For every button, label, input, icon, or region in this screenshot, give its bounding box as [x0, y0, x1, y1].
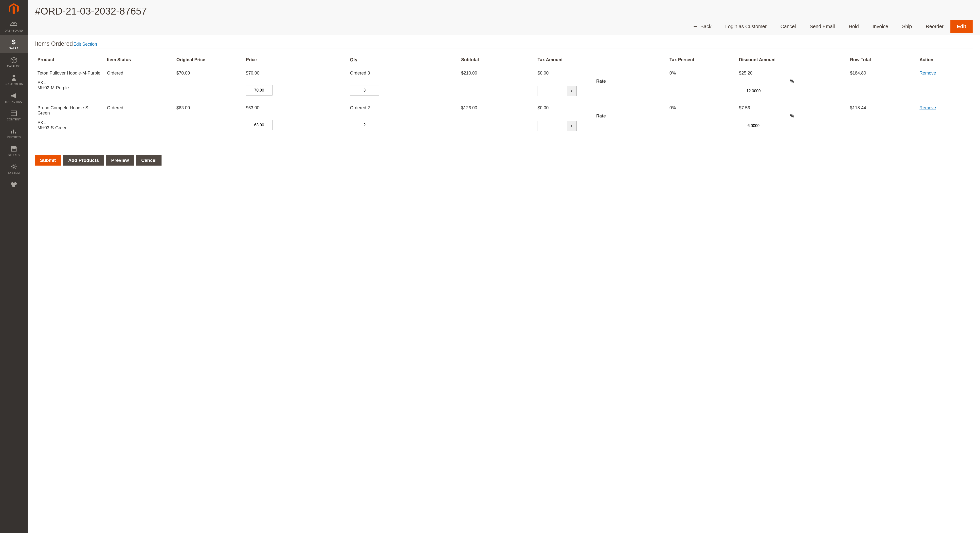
sku-label: SKU:: [38, 80, 102, 85]
dollar-icon: $: [11, 38, 16, 46]
sku-value: MH02-M-Purple: [38, 85, 102, 91]
col-item-status: Item Status: [105, 51, 174, 66]
preview-button[interactable]: Preview: [106, 155, 134, 166]
row-total: $118.44: [848, 101, 917, 136]
items-table: Product Item Status Original Price Price…: [35, 51, 973, 136]
sidebar-item-stores[interactable]: STORES: [0, 142, 28, 160]
magento-logo[interactable]: [0, 0, 28, 17]
tax-rate-select[interactable]: ▼: [538, 121, 665, 131]
add-products-button[interactable]: Add Products: [63, 155, 104, 166]
subtotal: $126.00: [459, 101, 535, 136]
invoice-button[interactable]: Invoice: [866, 20, 895, 34]
hold-button[interactable]: Hold: [842, 20, 865, 34]
tax-percent: 0%: [667, 101, 737, 136]
tax-rate-select[interactable]: ▼: [538, 86, 665, 96]
chevron-down-icon[interactable]: ▼: [567, 86, 577, 96]
gear-icon: [11, 163, 17, 170]
price-text: $63.00: [246, 105, 345, 110]
sidebar-item-customers[interactable]: CUSTOMERS: [0, 70, 28, 88]
sidebar-item-label: SALES: [9, 47, 19, 50]
chevron-down-icon[interactable]: ▼: [567, 121, 577, 131]
tax-amount: $0.00: [538, 105, 665, 110]
cancel-button[interactable]: Cancel: [773, 20, 803, 34]
item-status: Ordered: [105, 66, 174, 101]
sidebar-item-reports[interactable]: REPORTS: [0, 124, 28, 142]
table-row: Teton Pullover Hoodie-M-Purple SKU: MH02…: [35, 66, 973, 101]
bars-icon: [11, 127, 17, 135]
remove-link[interactable]: Remove: [920, 105, 936, 110]
qty-text: Ordered 3: [350, 70, 456, 76]
sku-value: MH03-S-Green: [38, 125, 102, 131]
discount-amount: $7.56: [739, 105, 845, 110]
original-price: $70.00: [174, 66, 243, 101]
cancel-edit-button[interactable]: Cancel: [136, 155, 162, 166]
col-qty: Qty: [347, 51, 459, 66]
col-tax-amount: Tax Amount: [535, 51, 667, 66]
sidebar-item-label: MARKETING: [5, 100, 22, 103]
reorder-button[interactable]: Reorder: [919, 20, 950, 34]
sidebar-item-sales[interactable]: $ SALES: [0, 35, 28, 53]
edit-button[interactable]: Edit: [950, 20, 973, 33]
sidebar-item-label: CONTENT: [7, 118, 21, 121]
item-status: Ordered: [105, 101, 174, 136]
discount-amount: $25.20: [739, 70, 845, 76]
tax-rate-value: [538, 121, 567, 131]
sidebar-item-dashboard[interactable]: DASHBOARD: [0, 17, 28, 35]
svg-rect-9: [11, 149, 16, 151]
percent-label: %: [739, 79, 845, 84]
rate-label: Rate: [538, 79, 665, 84]
box-icon: [10, 56, 17, 64]
svg-point-10: [13, 166, 15, 168]
sidebar-item-label: CUSTOMERS: [5, 82, 23, 85]
ship-button[interactable]: Ship: [895, 20, 919, 34]
discount-percent-input[interactable]: [739, 121, 768, 131]
sidebar-item-content[interactable]: CONTENT: [0, 106, 28, 124]
submit-button[interactable]: Submit: [35, 155, 60, 166]
sidebar-item-label: DASHBOARD: [5, 29, 23, 32]
back-label: Back: [701, 24, 711, 29]
dashboard-icon: [10, 21, 18, 28]
sidebar-item-label: STORES: [8, 153, 20, 156]
qty-input[interactable]: [350, 85, 379, 96]
sidebar-item-extensions[interactable]: [0, 177, 28, 192]
discount-percent-input[interactable]: [739, 86, 768, 96]
send-email-button[interactable]: Send Email: [803, 20, 842, 34]
sidebar-item-label: REPORTS: [7, 136, 21, 139]
col-subtotal: Subtotal: [459, 51, 535, 66]
sidebar: DASHBOARD $ SALES CATALOG CUSTOMERS MARK…: [0, 0, 28, 533]
col-product: Product: [35, 51, 105, 66]
product-name: Bruno Compete Hoodie-S-Green: [38, 105, 102, 116]
megaphone-icon: [10, 92, 17, 99]
rate-label: Rate: [538, 113, 665, 119]
page-header: #ORD-21-03-2032-87657 ← Back Login as Cu…: [28, 0, 980, 35]
sku-label: SKU:: [38, 120, 102, 125]
original-price: $63.00: [174, 101, 243, 136]
back-button[interactable]: ← Back: [686, 19, 718, 34]
svg-rect-6: [11, 131, 12, 134]
remove-link[interactable]: Remove: [920, 70, 936, 75]
page-title: #ORD-21-03-2032-87657: [35, 0, 973, 19]
sidebar-item-label: CATALOG: [7, 65, 21, 68]
edit-section-link[interactable]: Edit Section: [73, 42, 97, 47]
sidebar-item-marketing[interactable]: MARKETING: [0, 88, 28, 106]
col-tax-percent: Tax Percent: [667, 51, 737, 66]
toolbar: ← Back Login as Customer Cancel Send Ema…: [35, 19, 973, 35]
svg-rect-7: [13, 129, 14, 134]
login-as-customer-button[interactable]: Login as Customer: [718, 20, 773, 34]
row-total: $184.80: [848, 66, 917, 101]
sidebar-item-label: SYSTEM: [8, 171, 20, 174]
price-input[interactable]: [246, 120, 272, 130]
qty-input[interactable]: [350, 120, 379, 130]
svg-point-2: [13, 75, 15, 77]
tax-rate-value: [538, 86, 567, 96]
tax-amount: $0.00: [538, 70, 665, 76]
sidebar-item-catalog[interactable]: CATALOG: [0, 53, 28, 70]
qty-text: Ordered 2: [350, 105, 456, 110]
arrow-left-icon: ←: [693, 23, 698, 30]
col-row-total: Row Total: [848, 51, 917, 66]
table-row: Bruno Compete Hoodie-S-Green SKU: MH03-S…: [35, 101, 973, 136]
footer-actions: Submit Add Products Preview Cancel: [35, 155, 973, 166]
price-input[interactable]: [246, 85, 272, 96]
sidebar-item-system[interactable]: SYSTEM: [0, 160, 28, 177]
col-price: Price: [243, 51, 347, 66]
